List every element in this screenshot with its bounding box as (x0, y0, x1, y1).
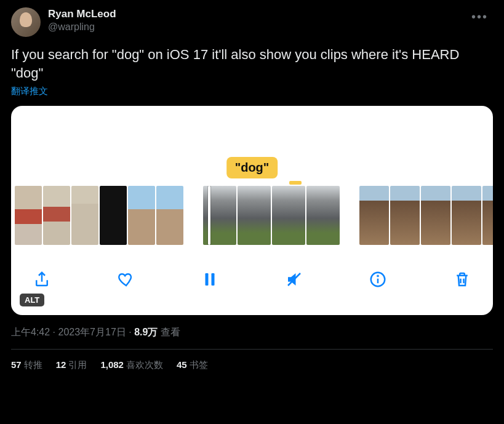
timeline-frame (43, 186, 70, 245)
timeline-frame (359, 186, 389, 245)
caption-pill: "dog" (226, 157, 278, 178)
mute-icon[interactable] (283, 268, 305, 290)
media-toolbar (11, 245, 493, 300)
stat-bookmarks[interactable]: 45书签 (177, 359, 208, 371)
stat-retweets[interactable]: 57转推 (11, 359, 42, 371)
timeline-frame (390, 186, 420, 245)
playhead-marker-top (289, 181, 302, 185)
svg-rect-1 (212, 273, 215, 286)
translate-link[interactable]: 翻译推文 (11, 86, 493, 97)
heart-icon[interactable] (115, 268, 137, 290)
timeline-frame (482, 186, 493, 245)
stat-likes[interactable]: 1,082喜欢次数 (100, 359, 163, 371)
timeline-frame (306, 186, 340, 245)
media-card[interactable]: "dog" (11, 106, 493, 315)
svg-rect-0 (206, 273, 209, 286)
trash-icon[interactable] (451, 268, 473, 290)
handle: @warpling (48, 21, 459, 34)
timeline-frame (238, 186, 271, 245)
timeline-frame (452, 186, 481, 245)
clip-group-2[interactable] (203, 186, 340, 245)
tweet-container: Ryan McLeod @warpling ••• If you search … (0, 0, 504, 381)
alt-badge[interactable]: ALT (20, 294, 44, 306)
timeline-frame (71, 186, 98, 245)
pause-icon[interactable] (199, 268, 221, 290)
meta-date[interactable]: 2023年7月17日 (58, 327, 126, 337)
more-icon[interactable]: ••• (466, 7, 493, 26)
tweet-header: Ryan McLeod @warpling ••• (11, 7, 493, 37)
author-names[interactable]: Ryan McLeod @warpling (48, 7, 459, 34)
timeline-frame (15, 186, 42, 245)
clip-group-3[interactable] (359, 186, 493, 245)
timeline-frame (421, 186, 450, 245)
engagement-stats: 57转推 12引用 1,082喜欢次数 45书签 (11, 350, 493, 381)
stat-quotes[interactable]: 12引用 (56, 359, 87, 371)
views-label: 查看 (158, 327, 180, 337)
views-count: 8.9万 (134, 327, 158, 337)
timeline-frame (156, 186, 183, 245)
share-icon[interactable] (31, 268, 53, 290)
media-whitespace: "dog" (11, 106, 493, 186)
svg-point-4 (378, 276, 378, 276)
playhead[interactable] (208, 186, 210, 245)
timeline-frame (272, 186, 305, 245)
timeline-frame (100, 186, 127, 245)
meta-line: 上午4:42 · 2023年7月17日 · 8.9万 查看 (11, 326, 493, 339)
display-name: Ryan McLeod (48, 7, 459, 21)
info-icon[interactable] (367, 268, 389, 290)
meta-time[interactable]: 上午4:42 (11, 327, 50, 337)
clip-group-1[interactable] (15, 186, 183, 245)
timeline-frame (128, 186, 155, 245)
video-timeline[interactable] (11, 186, 493, 245)
avatar[interactable] (11, 7, 41, 37)
tweet-text: If you search for "dog" on iOS 17 it'll … (11, 46, 493, 82)
